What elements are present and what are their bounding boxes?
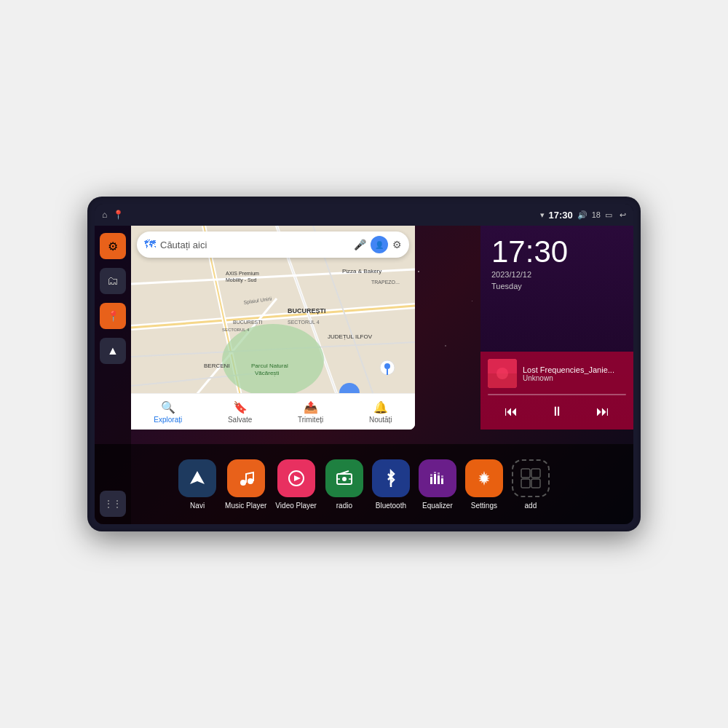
bluetooth-label: Bluetooth (376, 502, 406, 510)
explore-label: Explorați (154, 416, 182, 424)
svg-rect-50 (438, 475, 440, 484)
navi-icon (178, 459, 216, 497)
svg-rect-52 (441, 478, 443, 484)
music-player-widget: Lost Frequencies_Janie... Unknown ⏮ ⏸ ⏭ (480, 352, 633, 430)
left-sidebar: ⚙ 🗂 📍 ▲ ⋮⋮ (95, 226, 131, 524)
map-nav-saved[interactable]: 🔖 Salvate (228, 400, 252, 424)
settings-label: Settings (471, 502, 497, 510)
sidebar-item-settings[interactable]: ⚙ (100, 233, 126, 259)
app-add[interactable]: add (512, 459, 550, 510)
equalizer-icon (419, 459, 456, 497)
bluetooth-icon (372, 459, 410, 497)
news-icon: 🔔 (373, 400, 388, 414)
sidebar-item-apps[interactable]: ⋮⋮ (100, 491, 126, 517)
mic-icon[interactable]: 🎤 (354, 239, 366, 250)
svg-marker-35 (190, 471, 205, 484)
map-container[interactable]: Parcul Natural Văcărești BUCUREȘTI JUDEȚ… (131, 226, 415, 430)
clock-day: Tuesday (491, 282, 568, 290)
status-time: 17:30 (549, 210, 573, 221)
app-navi[interactable]: Navi (178, 459, 216, 510)
svg-rect-51 (438, 472, 440, 475)
track-artist: Unknown (523, 374, 626, 382)
app-music-player[interactable]: Music Player (225, 459, 266, 510)
pause-button[interactable]: ⏸ (547, 401, 566, 422)
clock-section: 17:30 2023/12/12 Tuesday (480, 226, 633, 352)
music-player-label: Music Player (225, 502, 266, 510)
svg-rect-49 (434, 472, 436, 473)
add-icon (512, 459, 550, 497)
app-bluetooth[interactable]: Bluetooth (372, 459, 410, 510)
app-radio[interactable]: radio (325, 459, 363, 510)
sidebar-item-maps[interactable]: 📍 (100, 303, 126, 329)
battery-icon: ▭ (605, 210, 612, 220)
svg-rect-46 (430, 477, 432, 484)
sidebar-item-files[interactable]: 🗂 (100, 268, 126, 294)
svg-rect-57 (521, 479, 530, 488)
battery-level: 18 (592, 210, 601, 219)
radio-icon (325, 459, 363, 497)
map-searchbar[interactable]: 🗺 Căutați aici 🎤 👤 ⚙ (137, 232, 409, 258)
prev-button[interactable]: ⏮ (502, 401, 521, 422)
saved-label: Salvate (228, 416, 252, 424)
map-nav-send[interactable]: 📤 Trimiteți (298, 400, 323, 424)
track-name: Lost Frequencies_Janie... (523, 365, 626, 374)
svg-text:TRAPEZO...: TRAPEZO... (371, 280, 400, 285)
explore-icon: 🔍 (161, 400, 175, 414)
svg-rect-58 (531, 479, 540, 488)
next-button[interactable]: ⏭ (593, 401, 612, 422)
svg-point-29 (384, 363, 390, 369)
saved-icon: 🔖 (233, 400, 248, 414)
status-right-info: ▾ 17:30 🔊 18 ▭ ↩ (540, 210, 627, 221)
video-player-label: Video Player (275, 502, 317, 510)
app-grid-area: Navi Music Player (95, 444, 633, 524)
device-frame: ⌂ 📍 ▾ 17:30 🔊 18 ▭ ↩ (87, 197, 641, 531)
svg-rect-47 (430, 474, 432, 476)
clock-display: 17:30 2023/12/12 Tuesday (491, 237, 568, 290)
map-search-text[interactable]: Căutați aici (160, 240, 349, 250)
sidebar-item-navigation[interactable]: ▲ (100, 338, 126, 364)
map-nav-news[interactable]: 🔔 Noutăți (369, 400, 392, 424)
svg-rect-53 (441, 475, 443, 478)
svg-rect-55 (521, 469, 530, 478)
equalizer-label: Equalizer (422, 502, 453, 510)
app-settings[interactable]: Settings (465, 459, 503, 510)
settings-icon (465, 459, 503, 497)
back-icon[interactable]: ↩ (620, 210, 626, 220)
music-progress-bar[interactable] (488, 394, 626, 395)
main-area: ⚙ 🗂 📍 ▲ ⋮⋮ (95, 226, 633, 524)
svg-text:AXIS Premium: AXIS Premium (226, 271, 259, 276)
clock-time: 17:30 (491, 237, 568, 267)
album-art (488, 359, 517, 388)
svg-marker-39 (294, 475, 301, 481)
user-avatar[interactable]: 👤 (371, 236, 388, 253)
add-label: add (525, 502, 537, 510)
svg-rect-34 (488, 359, 517, 373)
music-controls: ⏮ ⏸ ⏭ (488, 401, 626, 422)
app-video-player[interactable]: Video Player (275, 459, 317, 510)
map-nav-explore[interactable]: 🔍 Explorați (154, 400, 182, 424)
svg-text:BERCENI: BERCENI (204, 363, 230, 369)
send-label: Trimiteți (298, 416, 323, 424)
maps-status-icon[interactable]: 📍 (113, 210, 124, 220)
status-bar: ⌂ 📍 ▾ 17:30 🔊 18 ▭ ↩ (95, 204, 633, 226)
status-left-icons: ⌂ 📍 (102, 210, 124, 220)
music-info: Lost Frequencies_Janie... Unknown (488, 359, 626, 388)
svg-text:Parcul Natural: Parcul Natural (251, 363, 288, 369)
svg-point-42 (342, 477, 347, 481)
app-equalizer[interactable]: Equalizer (419, 459, 456, 510)
home-icon[interactable]: ⌂ (102, 210, 107, 220)
svg-text:BUCUREȘTI: BUCUREȘTI (233, 320, 263, 325)
music-player-icon (227, 459, 265, 497)
svg-text:Văcărești: Văcărești (255, 370, 280, 376)
right-panel: 17:30 2023/12/12 Tuesday (480, 226, 633, 430)
svg-point-12 (222, 324, 324, 397)
map-settings-icon[interactable]: ⚙ (392, 239, 402, 250)
video-player-icon (277, 459, 315, 497)
svg-point-37 (248, 478, 253, 484)
svg-text:BUCUREȘTI: BUCUREȘTI (288, 307, 326, 314)
volume-icon: 🔊 (577, 210, 587, 220)
svg-point-36 (240, 480, 246, 486)
svg-text:SECTORUL 4: SECTORUL 4 (288, 320, 320, 325)
radio-label: radio (336, 502, 352, 510)
clock-date: 2023/12/12 (491, 270, 568, 279)
